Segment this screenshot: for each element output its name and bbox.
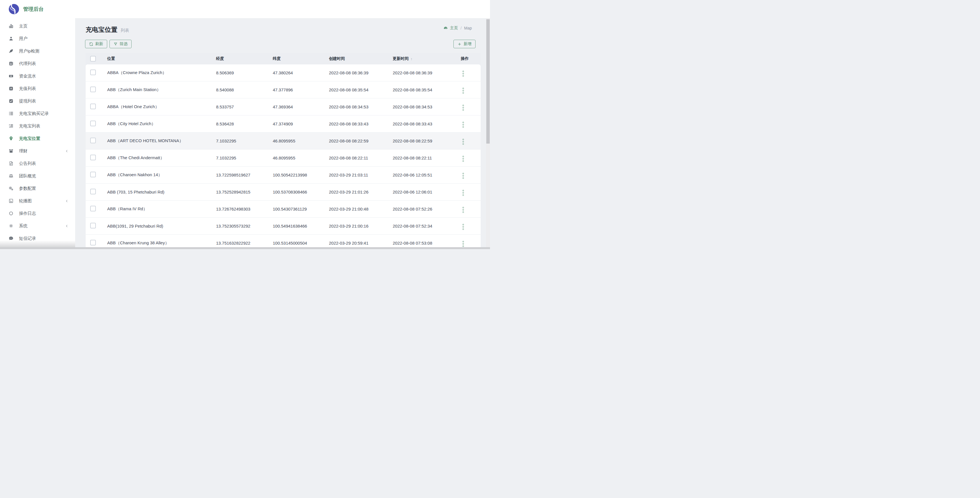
cell-latitude: 100.53145000504 [273,241,329,246]
sort-asc-icon: ↑ [410,57,413,61]
app-title: 管理后台 [23,6,44,13]
sidebar-item-user-ip-check[interactable]: 用户ip检测 [0,45,75,57]
cell-location: ABB（The Chedi Andermatt） [107,155,216,161]
main-content: 充电宝位置 列表 主页 / Map 刷新 筛选 新增 [75,18,490,249]
cell-longitude: 13.726762498303 [216,207,273,211]
sidebar-item-powerbank-purchases[interactable]: 充电宝购买记录 [0,107,75,120]
breadcrumb-home-link[interactable]: 主页 [450,26,458,30]
row-checkbox[interactable] [90,172,96,177]
sidebar-item-label: 主页 [19,24,27,29]
sidebar-item-powerbank-list[interactable]: 充电宝列表 [0,120,75,132]
sidebar-item-powerbank-location[interactable]: 充电宝位置 [0,132,75,145]
sidebar-item-announcement-list[interactable]: 公告列表 [0,157,75,170]
row-checkbox[interactable] [90,70,96,75]
row-checkbox[interactable] [90,155,96,160]
sidebar-item-parameter-config[interactable]: 参数配置 [0,182,75,195]
refresh-icon [89,42,93,46]
cell-longitude: 13.751632822922 [216,241,273,246]
column-header-location[interactable]: 位置 [107,56,216,61]
sidebar-item-label: 用户ip检测 [19,48,40,54]
sidebar-item-operation-log[interactable]: 操作日志 [0,207,75,220]
sidebar-item-team-overview[interactable]: 团队概览 [0,170,75,182]
cell-location: ABBA（Hotel One Zurich） [107,104,216,110]
row-actions-button[interactable] [461,189,466,197]
sidebar-item-fund-flow[interactable]: 资金流水 [0,70,75,82]
cell-updated: 2022-08-08 08:22:59 [393,139,458,143]
feather-icon [8,48,14,54]
sidebar-item-carousel[interactable]: 轮播图 [0,195,75,207]
vertical-scrollbar[interactable] [486,18,490,247]
cell-longitude: 7.1032295 [216,155,273,160]
cell-longitude: 8.506369 [216,70,273,75]
cell-created: 2022-03-29 21:00:48 [329,207,393,211]
sidebar-item-recharge-list[interactable]: A充值列表 [0,82,75,95]
column-header-created[interactable]: 创建时间 [329,56,393,61]
table-row: ABBA（Crowne Plaza Zurich）8.50636947.3802… [86,64,480,81]
row-actions-button[interactable] [461,121,466,129]
row-checkbox[interactable] [90,86,96,92]
table-row: ABB（The Chedi Andermatt）7.103229546.8095… [86,150,480,166]
column-header-latitude[interactable]: 纬度 [273,56,329,61]
row-actions-button[interactable] [461,104,466,112]
cell-updated: 2022-08-08 08:22:11 [393,155,458,160]
table-header: 位置 经度 纬度 创建时间 更新时间 ↑ 操作 [86,53,480,64]
cell-created: 2022-08-08 08:22:59 [329,139,393,143]
table-row: ABB(1091, 29 Petchaburi Rd)13.7523055732… [86,218,480,235]
gear-icon [8,223,14,228]
sidebar-item-label: 操作日志 [19,211,36,216]
row-actions-button[interactable] [461,223,466,231]
dashboard-icon [443,26,448,30]
row-actions-button[interactable] [461,86,466,95]
row-checkbox[interactable] [90,104,96,109]
sidebar-item-home[interactable]: 主页 [0,20,75,32]
row-checkbox[interactable] [90,137,96,143]
cell-latitude: 47.377896 [273,88,329,92]
row-checkbox[interactable] [90,121,96,126]
user-icon [8,36,14,41]
row-actions-button[interactable] [461,70,466,78]
cell-latitude: 46.8095955 [273,155,329,160]
chevron-left-icon [65,199,69,203]
column-header-longitude[interactable]: 经度 [216,56,273,61]
vertical-scrollbar-thumb[interactable] [486,19,490,144]
sidebar-item-finance[interactable]: 理财 [0,145,75,157]
square-check-icon [8,99,14,104]
row-actions-button[interactable] [461,206,466,214]
horizontal-scrollbar[interactable] [0,247,490,249]
cell-updated: 2022-08-06 12:06:01 [393,190,458,195]
sidebar-item-label: 代理列表 [19,61,36,66]
row-actions-button[interactable] [461,155,466,163]
breadcrumb-current: Map [464,26,472,30]
sidebar-item-withdraw-list[interactable]: 提现列表 [0,95,75,107]
sidebar-item-agent-list[interactable]: 代理列表 [0,57,75,70]
cell-created: 2022-03-29 20:59:41 [329,241,393,246]
row-checkbox[interactable] [90,206,96,211]
filter-icon [113,42,118,46]
sidebar-item-system[interactable]: 系统 [0,220,75,232]
sidebar-item-label: 参数配置 [19,186,36,191]
cell-longitude: 8.533757 [216,104,273,109]
cell-longitude: 7.1032295 [216,139,273,143]
cell-location: ABB(1091, 29 Petchaburi Rd) [107,223,216,228]
row-checkbox[interactable] [90,189,96,195]
cell-location: ABB（ART DECO HOTEL MONTANA） [107,138,216,144]
table-row: ABB（Charoen Nakhon 14）13.722598519627100… [86,166,480,184]
sidebar-item-label: 公告列表 [19,161,36,166]
column-header-actions: 操作 [458,56,480,61]
sidebar-bottom-fade [0,240,75,247]
breadcrumb: 主页 / Map [443,26,472,30]
row-checkbox[interactable] [90,223,96,228]
row-actions-button[interactable] [461,240,466,248]
filter-button[interactable]: 筛选 [110,40,132,48]
sidebar-item-label: 资金流水 [19,73,36,79]
column-header-updated[interactable]: 更新时间 ↑ [393,56,458,61]
add-button[interactable]: 新增 [453,40,476,48]
row-actions-button[interactable] [461,137,466,146]
cell-location: ABB（Charoen Nakhon 14） [107,172,216,178]
select-all-checkbox[interactable] [90,56,96,62]
refresh-button[interactable]: 刷新 [85,40,107,48]
row-actions-button[interactable] [461,172,466,180]
page-title: 充电宝位置 [86,26,118,34]
sidebar-item-users[interactable]: 用户 [0,32,75,45]
row-checkbox[interactable] [90,240,96,246]
